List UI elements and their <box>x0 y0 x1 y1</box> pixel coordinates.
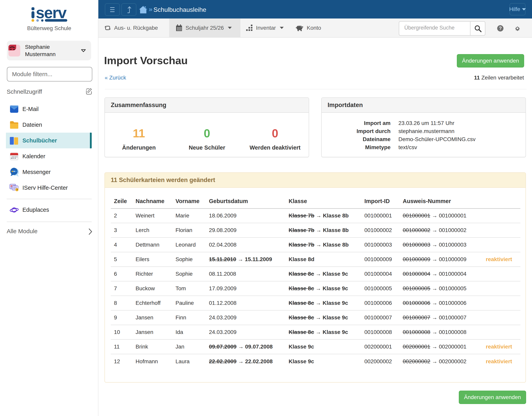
svg-text:?: ? <box>16 188 18 191</box>
svg-text:serv: serv <box>36 4 67 21</box>
